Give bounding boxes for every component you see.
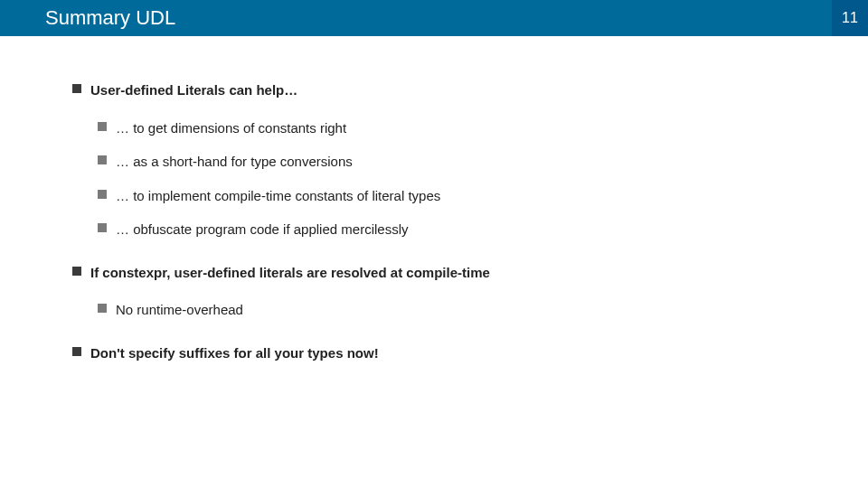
- bullet-text: … obfuscate program code if applied merc…: [116, 221, 408, 237]
- bullet-text: User-defined Literals can help…: [90, 82, 297, 98]
- bullet-text: No runtime-overhead: [116, 302, 243, 317]
- bullet-sub-1c: … to implement compile-time constants of…: [98, 187, 832, 205]
- bullet-text: … to implement compile-time constants of…: [116, 188, 440, 203]
- title-text: Summary UDL: [45, 6, 175, 30]
- content-area: User-defined Literals can help… … to get…: [0, 36, 868, 361]
- bullet-text: … as a short-hand for type conversions: [116, 154, 353, 169]
- bullet-text: Don't specify suffixes for all your type…: [90, 345, 379, 361]
- header-bar: Summary UDL 11: [0, 0, 868, 36]
- bullet-sub-1b: … as a short-hand for type conversions: [98, 153, 832, 171]
- bullet-sub-1a: … to get dimensions of constants right: [98, 119, 832, 137]
- bullet-text: … to get dimensions of constants right: [116, 120, 346, 136]
- bullet-top-1: User-defined Literals can help…: [72, 81, 832, 99]
- bullet-list: User-defined Literals can help… … to get…: [72, 81, 832, 361]
- bullet-top-3: Don't specify suffixes for all your type…: [72, 344, 832, 362]
- slide: Summary UDL 11 User-defined Literals can…: [0, 0, 868, 488]
- slide-title: Summary UDL: [0, 0, 832, 36]
- bullet-text: If constexpr, user-defined literals are …: [90, 265, 490, 280]
- bullet-top-2: If constexpr, user-defined literals are …: [72, 264, 832, 282]
- bullet-sub-2a: No runtime-overhead: [98, 301, 832, 319]
- page-number-box: 11: [832, 0, 868, 36]
- bullet-sub-1d: … obfuscate program code if applied merc…: [98, 221, 832, 239]
- page-number: 11: [842, 10, 858, 26]
